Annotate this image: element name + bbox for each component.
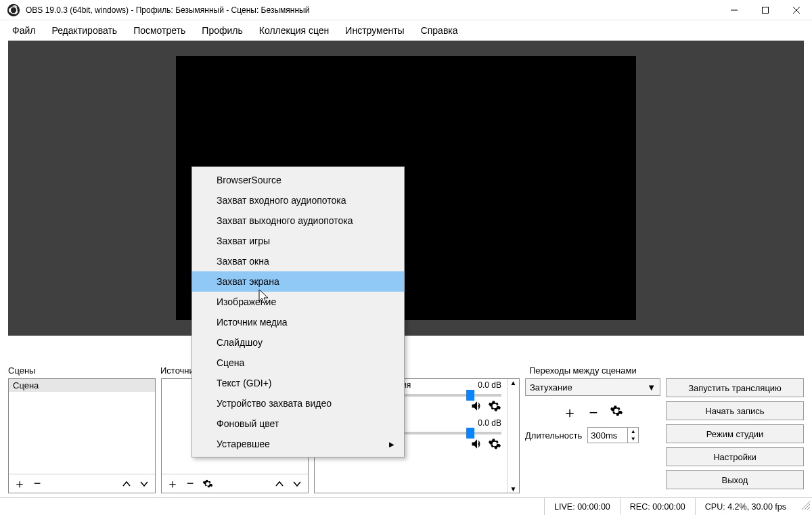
close-button[interactable] — [781, 0, 812, 20]
source-up-button[interactable] — [271, 476, 288, 492]
start-record-button[interactable]: Начать запись — [666, 401, 804, 420]
scenes-dock-label: Сцены — [8, 365, 160, 376]
settings-button[interactable]: Настройки — [666, 447, 804, 466]
window-title: OBS 19.0.3 (64bit, windows) - Профиль: Б… — [26, 5, 719, 15]
source-add-button[interactable]: ＋ — [164, 476, 181, 492]
scene-down-button[interactable] — [136, 476, 152, 492]
svg-line-8 — [807, 507, 810, 510]
titlebar: OBS 19.0.3 (64bit, windows) - Профиль: Б… — [0, 0, 812, 20]
transition-add-button[interactable]: ＋ — [562, 403, 577, 423]
menubar: ФайлРедактироватьПосмотретьПрофильКоллек… — [0, 20, 812, 41]
duration-label: Длительность — [525, 430, 582, 441]
mixer-volume-thumb[interactable] — [466, 390, 474, 401]
mixer-channel-db: 0.0 dB — [478, 380, 501, 390]
context-menu-item[interactable]: BrowserSource — [192, 170, 404, 190]
submenu-arrow-icon: ▶ — [389, 441, 394, 448]
scene-up-button[interactable] — [118, 476, 135, 492]
scenes-panel: Сцена ＋ − — [8, 378, 156, 493]
docks-row: Сцены Источники Переходы между сценами С… — [0, 365, 812, 495]
spinner-down-icon[interactable]: ▼ — [628, 435, 638, 443]
add-source-context-menu: BrowserSourceЗахват входного аудиопотока… — [191, 166, 405, 457]
gear-icon[interactable] — [488, 437, 501, 451]
menu-item-посмотреть[interactable]: Посмотреть — [125, 22, 194, 39]
studio-mode-button[interactable]: Режим студии — [666, 424, 804, 443]
context-menu-item[interactable]: Захват экрана — [192, 271, 404, 292]
mixer-scrollbar[interactable]: ▲ ▼ — [507, 379, 519, 493]
chevron-down-icon: ▼ — [647, 382, 656, 393]
spinner-up-icon[interactable]: ▲ — [628, 428, 638, 435]
maximize-button[interactable] — [750, 0, 781, 20]
mixer-channel-db: 0.0 dB — [478, 418, 501, 428]
statusbar: LIVE: 00:00:00 REC: 00:00:00 CPU: 4.2%, … — [0, 497, 812, 515]
menu-item-файл[interactable]: Файл — [4, 22, 43, 39]
scenes-list[interactable]: Сцена — [9, 379, 155, 474]
scene-add-button[interactable]: ＋ — [12, 476, 28, 492]
mixer-volume-thumb[interactable] — [466, 428, 474, 439]
menu-item-коллекция сцен[interactable]: Коллекция сцен — [251, 22, 338, 39]
scene-item[interactable]: Сцена — [9, 379, 155, 392]
status-cpu: CPU: 4.2%, 30.00 fps — [695, 498, 796, 515]
transition-selected: Затухание — [530, 382, 572, 393]
source-remove-button[interactable]: − — [182, 476, 198, 492]
context-menu-item[interactable]: Источник медиа — [192, 312, 404, 332]
mouse-cursor-icon — [258, 289, 271, 308]
start-stream-button[interactable]: Запустить трансляцию — [666, 378, 804, 397]
controls-panel: Запустить трансляцию Начать запись Режим… — [666, 378, 804, 493]
scene-remove-button[interactable]: − — [29, 476, 45, 492]
scroll-down-icon[interactable]: ▼ — [510, 485, 517, 493]
svg-rect-3 — [763, 7, 769, 13]
transition-settings-button[interactable] — [610, 404, 623, 422]
scenes-toolbar: ＋ − — [9, 474, 155, 493]
context-menu-item[interactable]: Фоновый цвет — [192, 413, 404, 434]
transitions-dock-label: Переходы между сценами — [529, 365, 664, 376]
svg-line-7 — [805, 504, 810, 510]
gear-icon[interactable] — [488, 399, 501, 413]
menu-item-справка[interactable]: Справка — [413, 22, 466, 39]
window-controls — [719, 0, 812, 20]
context-menu-item[interactable]: Сцена — [192, 353, 404, 373]
menu-item-редактировать[interactable]: Редактировать — [43, 22, 125, 39]
context-menu-item[interactable]: Текст (GDI+) — [192, 373, 404, 393]
transition-remove-button[interactable]: − — [589, 404, 598, 422]
source-down-button[interactable] — [289, 476, 305, 492]
scroll-up-icon[interactable]: ▲ — [510, 379, 517, 386]
context-menu-item[interactable]: Захват входного аудиопотока — [192, 190, 404, 210]
context-menu-item[interactable]: Захват окна — [192, 251, 404, 271]
duration-spinner[interactable]: ▲ ▼ — [587, 427, 639, 443]
menu-item-инструменты[interactable]: Инструменты — [337, 22, 412, 39]
preview-area — [8, 41, 804, 336]
sources-toolbar: ＋ − — [162, 474, 308, 493]
transition-select[interactable]: Затухание ▼ — [525, 378, 660, 396]
obs-app-icon — [7, 3, 20, 17]
speaker-icon[interactable] — [470, 437, 484, 451]
context-menu-item[interactable]: Захват выходного аудиопотока — [192, 210, 404, 231]
exit-button[interactable]: Выход — [666, 470, 804, 489]
transitions-panel: Затухание ▼ ＋ − Длительность ▲ ▼ — [525, 378, 660, 493]
context-menu-item[interactable]: Захват игры — [192, 231, 404, 251]
speaker-icon[interactable] — [470, 399, 484, 413]
duration-input[interactable] — [588, 430, 627, 441]
context-menu-item[interactable]: Устаревшее▶ — [192, 434, 404, 454]
menu-item-профиль[interactable]: Профиль — [194, 22, 250, 39]
status-rec: REC: 00:00:00 — [620, 498, 695, 515]
context-menu-item[interactable]: Изображение — [192, 292, 404, 312]
minimize-button[interactable] — [719, 0, 750, 20]
source-settings-button[interactable] — [200, 476, 216, 492]
context-menu-item[interactable]: Слайдшоу — [192, 332, 404, 353]
context-menu-item[interactable]: Устройство захвата видео — [192, 393, 404, 413]
status-live: LIVE: 00:00:00 — [544, 498, 620, 515]
resize-grip-icon[interactable] — [796, 501, 812, 512]
